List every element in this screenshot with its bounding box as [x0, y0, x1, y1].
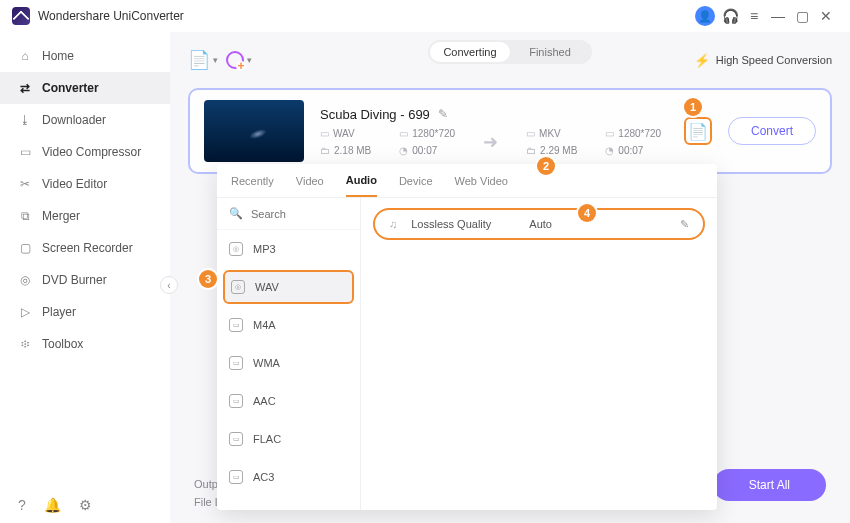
- sidebar-item-compressor[interactable]: ▭Video Compressor: [0, 136, 170, 168]
- sidebar-item-home[interactable]: ⌂Home: [0, 40, 170, 72]
- folder-icon: 🗀: [526, 145, 536, 156]
- tab-device[interactable]: Device: [399, 164, 433, 197]
- sidebar-item-label: DVD Burner: [42, 273, 107, 287]
- minimize-button[interactable]: —: [768, 6, 788, 26]
- format-label: FLAC: [253, 433, 281, 445]
- sidebar-item-player[interactable]: ▷Player: [0, 296, 170, 328]
- folder-icon: 🗀: [320, 145, 330, 156]
- account-icon[interactable]: 👤: [695, 6, 715, 26]
- tab-audio[interactable]: Audio: [346, 164, 377, 197]
- dst-res: 1280*720: [618, 128, 661, 139]
- preset-quality: Lossless Quality: [411, 218, 491, 230]
- audio-icon: ▭: [229, 432, 243, 446]
- output-format-button[interactable]: 📄: [684, 117, 712, 145]
- app-title: Wondershare UniConverter: [38, 9, 184, 23]
- sidebar-item-label: Toolbox: [42, 337, 83, 351]
- format-label: WAV: [255, 281, 279, 293]
- format-search-input[interactable]: [251, 208, 361, 220]
- format-label: M4A: [253, 319, 276, 331]
- scissors-icon: ✂: [18, 177, 32, 191]
- add-url-button[interactable]: ▾: [226, 51, 252, 69]
- sidebar-item-downloader[interactable]: ⭳Downloader: [0, 104, 170, 136]
- sidebar-item-label: Merger: [42, 209, 80, 223]
- resolution-icon: ▭: [399, 128, 408, 139]
- dst-size: 2.29 MB: [540, 145, 577, 156]
- url-add-icon: [226, 51, 244, 69]
- format-label: MP3: [253, 243, 276, 255]
- format-label: WMA: [253, 357, 280, 369]
- format-item-flac[interactable]: ▭FLAC: [217, 420, 360, 458]
- bell-icon[interactable]: 🔔: [44, 497, 61, 513]
- format-popover: Recently Video Audio Device Web Video 🔍 …: [217, 164, 717, 510]
- format-item-aac[interactable]: ▭AAC: [217, 382, 360, 420]
- sidebar-item-merger[interactable]: ⧉Merger: [0, 200, 170, 232]
- format-label: AAC: [253, 395, 276, 407]
- settings-icon[interactable]: ⚙: [79, 497, 92, 513]
- grid-icon: ፨: [18, 337, 32, 351]
- src-size: 2.18 MB: [334, 145, 371, 156]
- record-icon: ▢: [18, 241, 32, 255]
- format-item-m4a[interactable]: ▭M4A: [217, 306, 360, 344]
- rename-icon[interactable]: ✎: [438, 107, 448, 121]
- file-add-icon: 📄: [188, 49, 210, 71]
- tab-video[interactable]: Video: [296, 164, 324, 197]
- sidebar-item-recorder[interactable]: ▢Screen Recorder: [0, 232, 170, 264]
- preset-rate: Auto: [529, 218, 552, 230]
- format-item-mp3[interactable]: ◎MP3: [217, 230, 360, 268]
- tab-finished[interactable]: Finished: [510, 42, 590, 62]
- clock-icon: ◔: [605, 145, 614, 156]
- tab-converting[interactable]: Converting: [430, 42, 510, 62]
- sidebar-item-label: Video Editor: [42, 177, 107, 191]
- sidebar: ⌂Home ⇄Converter ⭳Downloader ▭Video Comp…: [0, 32, 170, 523]
- clock-icon: ◔: [399, 145, 408, 156]
- play-icon: ▷: [18, 305, 32, 319]
- tab-webvideo[interactable]: Web Video: [455, 164, 508, 197]
- sidebar-item-editor[interactable]: ✂Video Editor: [0, 168, 170, 200]
- format-item-ac3[interactable]: ▭AC3: [217, 458, 360, 496]
- merge-icon: ⧉: [18, 209, 32, 223]
- audio-icon: ▭: [229, 356, 243, 370]
- task-card: Scuba Diving - 699 ✎ ▭WAV 🗀2.18 MB ▭1280…: [188, 88, 832, 174]
- sidebar-item-toolbox[interactable]: ፨Toolbox: [0, 328, 170, 360]
- support-icon[interactable]: 🎧: [720, 6, 740, 26]
- sidebar-item-label: Home: [42, 49, 74, 63]
- convert-button[interactable]: Convert: [728, 117, 816, 145]
- sidebar-item-label: Screen Recorder: [42, 241, 133, 255]
- sidebar-item-label: Downloader: [42, 113, 106, 127]
- resolution-icon: ▭: [605, 128, 614, 139]
- bolt-icon: ⚡: [694, 53, 710, 68]
- arrow-right-icon: ➜: [483, 131, 498, 153]
- disc-icon: ◎: [229, 242, 243, 256]
- audio-icon: ▭: [229, 470, 243, 484]
- sidebar-item-label: Video Compressor: [42, 145, 141, 159]
- format-icon: ▭: [320, 128, 329, 139]
- download-icon: ⭳: [18, 113, 32, 127]
- format-item-wma[interactable]: ▭WMA: [217, 344, 360, 382]
- preset-row[interactable]: ♫ Lossless Quality Auto ✎: [373, 208, 705, 240]
- disc-icon: ◎: [18, 273, 32, 287]
- tab-recently[interactable]: Recently: [231, 164, 274, 197]
- dst-dur: 00:07: [618, 145, 643, 156]
- add-file-button[interactable]: 📄 ▾: [188, 49, 218, 71]
- video-thumbnail[interactable]: [204, 100, 304, 162]
- src-format: WAV: [333, 128, 355, 139]
- edit-preset-icon[interactable]: ✎: [680, 218, 689, 231]
- sidebar-item-converter[interactable]: ⇄Converter: [0, 72, 170, 104]
- start-all-button[interactable]: Start All: [713, 469, 826, 501]
- app-logo: [12, 7, 30, 25]
- high-speed-toggle[interactable]: ⚡ High Speed Conversion: [694, 53, 832, 68]
- format-label: AC3: [253, 471, 274, 483]
- help-icon[interactable]: ?: [18, 497, 26, 513]
- sidebar-item-label: Player: [42, 305, 76, 319]
- close-button[interactable]: ✕: [816, 6, 836, 26]
- home-icon: ⌂: [18, 49, 32, 63]
- callout-4: 4: [578, 204, 596, 222]
- format-item-wav[interactable]: ◎WAV: [223, 270, 354, 304]
- sidebar-item-dvd[interactable]: ◎DVD Burner: [0, 264, 170, 296]
- format-icon: ▭: [526, 128, 535, 139]
- maximize-button[interactable]: ▢: [792, 6, 812, 26]
- music-note-icon: ♫: [389, 218, 397, 230]
- chevron-down-icon: ▾: [247, 55, 252, 65]
- menu-icon[interactable]: ≡: [744, 6, 764, 26]
- callout-3: 3: [199, 270, 217, 288]
